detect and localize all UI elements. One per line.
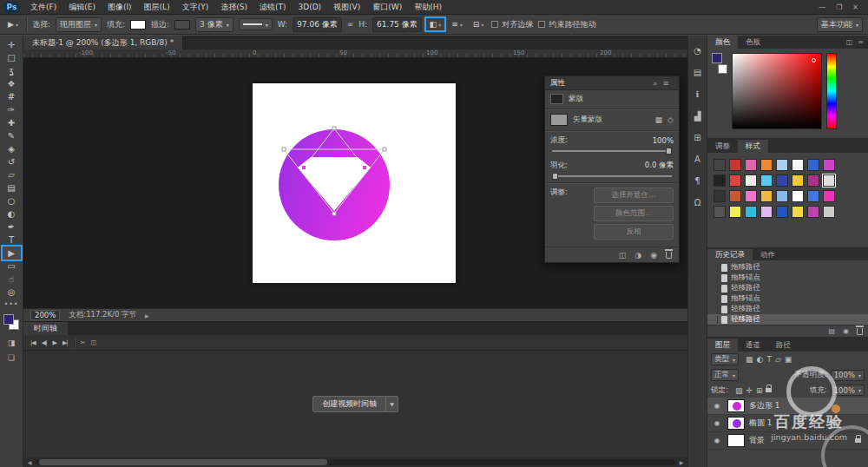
move-tool[interactable]: ✛ xyxy=(3,38,21,51)
history-item[interactable]: 拖移锚点 xyxy=(707,293,868,304)
menu-item[interactable]: 3D(D) xyxy=(292,1,327,13)
previous-frame-button[interactable]: ◀| xyxy=(42,339,47,346)
style-swatch[interactable] xyxy=(745,206,757,218)
quick-selection-tool[interactable]: ❖ xyxy=(3,77,21,90)
artboard[interactable] xyxy=(253,83,456,283)
tab-paths[interactable]: 路径 xyxy=(768,339,799,352)
timeline-mode-caret[interactable]: ▼ xyxy=(386,396,398,412)
layer-row[interactable]: ◉椭圆 1 xyxy=(707,415,868,432)
lasso-tool[interactable]: ʓ xyxy=(3,64,21,77)
style-swatch[interactable] xyxy=(823,159,835,171)
style-swatch[interactable] xyxy=(713,174,726,187)
foreground-color-chip[interactable] xyxy=(712,53,722,63)
panel-color-swatches[interactable] xyxy=(712,53,727,74)
snap-edges-checkbox[interactable]: 对齐边缘 xyxy=(491,19,533,30)
color-range-button[interactable]: 颜色范围… xyxy=(594,206,674,221)
maximize-button[interactable]: ❐ xyxy=(836,3,842,11)
eraser-tool[interactable]: ▱ xyxy=(3,168,21,181)
height-input[interactable]: 61.75 像素 xyxy=(372,17,422,32)
info-icon[interactable]: ℹ xyxy=(691,88,705,100)
menu-item[interactable]: 选择(S) xyxy=(214,0,253,15)
filter-type-layers-icon[interactable]: T xyxy=(766,355,772,364)
tab-styles[interactable]: 样式 xyxy=(738,140,768,153)
menu-item[interactable]: 窗口(W) xyxy=(366,0,408,15)
style-swatch[interactable] xyxy=(792,174,804,187)
tab-channels[interactable]: 通道 xyxy=(738,339,768,352)
filter-smart-objects-icon[interactable]: ▣ xyxy=(785,355,792,364)
libraries-icon[interactable]: ▤ xyxy=(691,66,705,78)
filter-shape-layers-icon[interactable]: ▱ xyxy=(775,355,781,364)
new-document-from-state-icon[interactable]: ▤ xyxy=(828,327,835,335)
delete-mask-icon[interactable] xyxy=(666,252,672,259)
clone-stamp-tool[interactable]: ◈ xyxy=(3,142,21,155)
constrain-path-checkbox[interactable]: 约束路径拖动 xyxy=(538,19,595,30)
lock-transparency-icon[interactable]: ▨ xyxy=(735,386,743,395)
vector-mask-thumbnail[interactable] xyxy=(550,114,568,126)
feather-value[interactable]: 0.0 像素 xyxy=(645,161,674,171)
style-swatch[interactable] xyxy=(760,159,773,171)
style-swatch[interactable] xyxy=(745,190,757,202)
layer-filter-dropdown[interactable]: 类型 xyxy=(711,353,739,365)
marquee-tool[interactable]: □ xyxy=(3,51,21,64)
foreground-color-swatch[interactable] xyxy=(3,314,14,325)
menu-item[interactable]: 文字(Y) xyxy=(176,0,215,15)
stroke-swatch[interactable] xyxy=(174,20,190,30)
style-swatch[interactable] xyxy=(823,206,835,218)
menu-item[interactable]: 帮助(H) xyxy=(408,0,448,15)
menu-item[interactable]: 视图(V) xyxy=(327,0,366,15)
delete-state-icon[interactable] xyxy=(857,328,863,335)
history-source-toggle[interactable] xyxy=(709,274,718,282)
path-alignment-dropdown[interactable]: ≡ xyxy=(449,19,465,30)
style-swatch[interactable] xyxy=(745,159,757,171)
panel-menu-icon[interactable]: ≡ xyxy=(858,38,864,46)
dodge-tool[interactable]: ◐ xyxy=(3,207,21,220)
layer-row[interactable]: ◉背景 xyxy=(707,432,868,450)
style-swatch[interactable] xyxy=(792,159,804,171)
scrollbar-track[interactable] xyxy=(36,459,675,465)
style-swatch[interactable] xyxy=(760,190,773,202)
tab-layers[interactable]: 图层 xyxy=(707,339,738,352)
add-vector-mask-icon[interactable]: ◇ xyxy=(667,115,674,124)
status-options-caret[interactable]: ▶ xyxy=(145,312,149,319)
style-swatch[interactable] xyxy=(713,190,726,202)
timeline-tab[interactable]: 时间轴 xyxy=(23,322,68,335)
fill-swatch[interactable] xyxy=(130,20,146,30)
color-swatches[interactable] xyxy=(3,313,20,331)
style-swatch[interactable] xyxy=(792,206,804,218)
blend-mode-dropdown[interactable]: 正常 xyxy=(711,369,739,381)
minimize-button[interactable]: — xyxy=(819,3,825,11)
style-swatch[interactable] xyxy=(776,174,788,187)
history-source-toggle[interactable] xyxy=(709,285,718,293)
play-button[interactable]: ▶ xyxy=(53,339,56,346)
style-swatch[interactable] xyxy=(713,159,726,171)
add-pixel-mask-icon[interactable]: ▦ xyxy=(655,115,663,124)
path-arrange-dropdown[interactable]: ⊟ xyxy=(470,19,487,30)
opacity-dropdown[interactable]: 100% xyxy=(831,370,865,381)
rectangle-shape-tool[interactable]: ▭ xyxy=(3,260,21,273)
eyedropper-tool[interactable]: ✑ xyxy=(3,103,21,116)
load-selection-icon[interactable]: ◫ xyxy=(619,251,627,260)
histogram-icon[interactable]: ▟ xyxy=(691,109,705,122)
style-swatch[interactable] xyxy=(729,159,741,171)
stroke-width-dropdown[interactable]: 3 像素 xyxy=(195,17,233,32)
lock-position-icon[interactable]: ✛ xyxy=(746,386,753,395)
panel-menu-icon[interactable]: ≡ xyxy=(662,79,669,88)
zoom-tool[interactable]: ◎ xyxy=(3,286,21,299)
style-swatch[interactable] xyxy=(807,206,819,218)
style-swatch[interactable] xyxy=(729,190,741,202)
timeline-scrollbar[interactable]: ◀ ▶ xyxy=(23,457,687,467)
link-dimensions-icon[interactable]: ∞ xyxy=(347,20,354,29)
paragraph-icon[interactable]: ¶ xyxy=(691,174,705,187)
crop-tool[interactable]: # xyxy=(3,90,21,103)
layer-visibility-toggle[interactable]: ◉ xyxy=(711,402,723,410)
create-video-timeline-button[interactable]: 创建视频时间轴 xyxy=(312,396,386,412)
path-selection-tool[interactable]: ▶ xyxy=(3,247,21,260)
workspace-switcher[interactable]: 基本功能 xyxy=(817,17,863,32)
menu-item[interactable]: 文件(F) xyxy=(24,0,62,15)
feather-slider[interactable] xyxy=(552,175,672,177)
history-item[interactable]: 轻移路径 xyxy=(707,283,868,293)
history-source-toggle[interactable] xyxy=(709,306,718,313)
adjustments-icon[interactable]: ◔ xyxy=(691,44,705,56)
lock-all-icon[interactable] xyxy=(766,388,772,392)
style-swatch[interactable] xyxy=(776,159,788,171)
